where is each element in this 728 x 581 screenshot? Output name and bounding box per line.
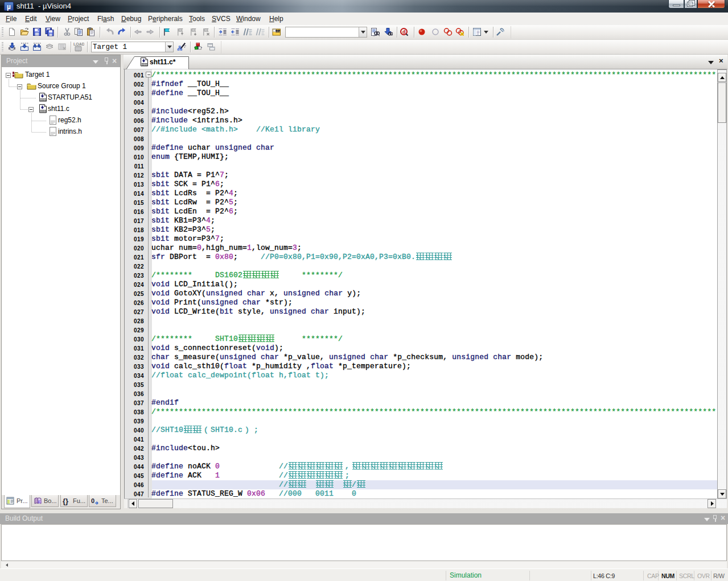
svg-text:{}: {} xyxy=(63,497,68,505)
svg-text:0: 0 xyxy=(91,497,94,504)
svg-text:LOAD: LOAD xyxy=(73,42,84,46)
svg-text:?: ? xyxy=(39,500,41,504)
svg-text:d: d xyxy=(402,29,406,35)
